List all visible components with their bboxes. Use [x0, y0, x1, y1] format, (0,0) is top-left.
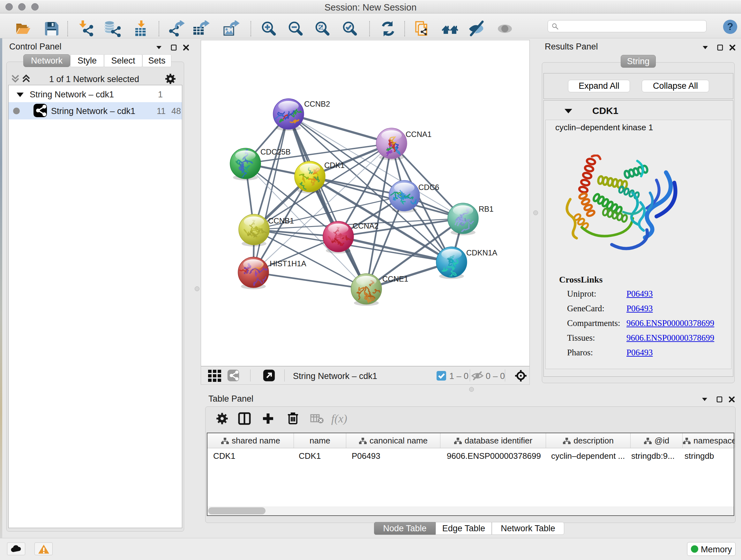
- svg-text:CDKN1A: CDKN1A: [466, 248, 497, 257]
- svg-text:CCNE1: CCNE1: [382, 274, 408, 283]
- svg-text:HIST1H1A: HIST1H1A: [270, 259, 307, 268]
- svg-text:?: ?: [727, 21, 733, 32]
- svg-text:CCNB1: CCNB1: [268, 216, 294, 225]
- svg-text:CCNB2: CCNB2: [304, 100, 330, 108]
- svg-text:RB1: RB1: [479, 205, 494, 213]
- svg-text:CDC6: CDC6: [418, 183, 439, 192]
- svg-text:CCNA1: CCNA1: [406, 130, 431, 138]
- svg-text:CCNA2: CCNA2: [353, 222, 379, 230]
- svg-text:CDC25B: CDC25B: [260, 147, 291, 156]
- svg-text:CDK1: CDK1: [324, 161, 345, 170]
